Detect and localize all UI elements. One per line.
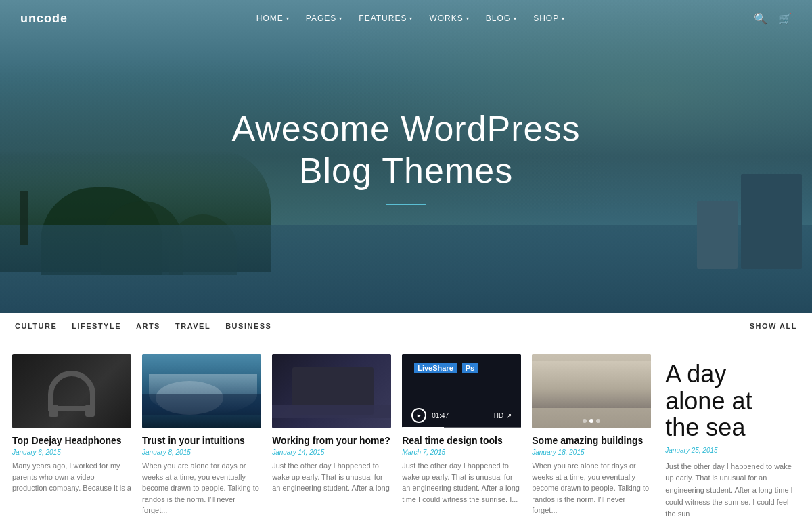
nav-item-home[interactable]: HOME ▾: [256, 14, 290, 23]
video-timecode: 01:47: [432, 412, 449, 420]
card-waves-title[interactable]: Trust in your intuitions: [142, 435, 261, 446]
filter-bar: CULTURE LIFESTYLE ARTS TRAVEL BUSINESS S…: [0, 313, 812, 340]
filter-lifestyle[interactable]: LIFESTYLE: [72, 322, 121, 330]
filter-arts[interactable]: ARTS: [136, 322, 160, 330]
card-headphones-title[interactable]: Top Deejay Headphones: [12, 435, 131, 446]
card-laptop-date: January 14, 2015: [272, 449, 391, 456]
card-video-excerpt: Just the other day I happened to wake up…: [402, 460, 521, 505]
card-building-image: [532, 354, 651, 428]
card-sea-excerpt: Just the other day I happened to wake up…: [665, 461, 796, 520]
headphone-shape: [48, 371, 95, 411]
card-video-date: March 7, 2015: [402, 449, 521, 456]
navbar-icons: 🔍 🛒: [754, 12, 792, 25]
card-headphones-excerpt: Many years ago, I worked for my parents …: [12, 460, 131, 494]
show-all-link[interactable]: SHOW ALL: [750, 322, 797, 330]
chevron-icon: ▾: [562, 16, 565, 22]
chevron-icon: ▾: [514, 16, 517, 22]
dot-2[interactable]: [589, 419, 593, 423]
search-icon[interactable]: 🔍: [754, 12, 767, 25]
hero-title: Awesome WordPress Blog Themes: [231, 108, 580, 192]
card-laptop: Working from your home? January 14, 2015…: [272, 354, 391, 494]
card-headphones-date: January 6, 2015: [12, 449, 131, 456]
card-laptop-title[interactable]: Working from your home?: [272, 435, 391, 446]
card-video: LiveShare Ps ► 01:47 HD ↗ Real time desi…: [402, 354, 521, 505]
video-brand: LiveShare Ps: [411, 362, 478, 373]
dot-1[interactable]: [583, 419, 587, 423]
chevron-icon: ▾: [339, 16, 342, 22]
card-building-excerpt: When you are alone for days or weeks at …: [532, 460, 651, 516]
nav-item-shop[interactable]: SHOP ▾: [533, 14, 565, 23]
card-headphones: Top Deejay Headphones January 6, 2015 Ma…: [12, 354, 131, 494]
chevron-icon: ▾: [466, 16, 470, 22]
card-building-title[interactable]: Some amazing buildings: [532, 435, 651, 446]
card-waves-excerpt: When you are alone for days or weeks at …: [142, 460, 261, 516]
card-waves-image: [142, 354, 261, 428]
video-progress-fill: [402, 427, 444, 428]
nav-item-works[interactable]: WORKS ▾: [429, 14, 469, 23]
hero-section: Awesome WordPress Blog Themes: [0, 0, 812, 313]
video-progress-bar[interactable]: [402, 427, 521, 428]
nav-item-features[interactable]: FEATURES ▾: [359, 14, 413, 23]
hero-content: Awesome WordPress Blog Themes: [231, 108, 580, 206]
filter-culture[interactable]: CULTURE: [15, 322, 57, 330]
video-controls: ► 01:47 HD ↗: [411, 408, 512, 423]
card-headphones-image: [12, 354, 131, 428]
filter-travel[interactable]: TRAVEL: [175, 322, 210, 330]
cart-icon[interactable]: 🛒: [778, 12, 792, 25]
navbar: uncode HOME ▾ PAGES ▾ FEATURES ▾ WORKS ▾…: [0, 0, 812, 37]
card-video-title[interactable]: Real time design tools: [402, 435, 521, 446]
card-sea-date: January 25, 2015: [665, 447, 796, 454]
card-laptop-image: [272, 354, 391, 428]
card-building: Some amazing buildings January 18, 2015 …: [532, 354, 651, 516]
filter-business[interactable]: BUSINESS: [225, 322, 271, 330]
card-sea-featured: A dayalone atthe sea January 25, 2015 Ju…: [662, 354, 800, 521]
carousel-dots: [532, 419, 651, 423]
hero-divider: [386, 204, 426, 205]
card-building-date: January 18, 2015: [532, 449, 651, 456]
card-video-image: LiveShare Ps ► 01:47 HD ↗: [402, 354, 521, 428]
nav-item-blog[interactable]: BLOG ▾: [486, 14, 517, 23]
dot-3[interactable]: [596, 419, 600, 423]
card-waves-date: January 8, 2015: [142, 449, 261, 456]
chevron-icon: ▾: [286, 16, 290, 22]
blog-grid: Top Deejay Headphones January 6, 2015 Ma…: [0, 340, 812, 521]
nav-item-pages[interactable]: PAGES ▾: [306, 14, 342, 23]
card-waves: Trust in your intuitions January 8, 2015…: [142, 354, 261, 516]
filter-tags: CULTURE LIFESTYLE ARTS TRAVEL BUSINESS: [15, 322, 271, 330]
brand-logo[interactable]: uncode: [20, 12, 68, 26]
nav-menu: HOME ▾ PAGES ▾ FEATURES ▾ WORKS ▾ BLOG ▾…: [256, 14, 565, 23]
hd-badge: HD ↗: [494, 412, 512, 420]
card-sea-big-title[interactable]: A dayalone atthe sea: [665, 361, 796, 441]
card-laptop-excerpt: Just the other day I happened to wake up…: [272, 460, 391, 494]
play-button[interactable]: ►: [411, 408, 426, 423]
expand-icon: ↗: [506, 412, 512, 420]
chevron-icon: ▾: [409, 16, 413, 22]
